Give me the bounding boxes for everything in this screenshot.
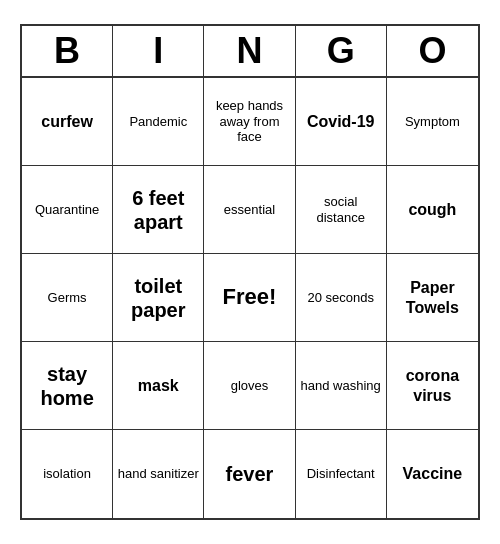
cell-label: mask (138, 376, 179, 395)
bingo-cell: fever (204, 430, 295, 518)
cell-label: Covid-19 (307, 112, 375, 131)
bingo-cell: social distance (296, 166, 387, 254)
bingo-cell: corona virus (387, 342, 478, 430)
bingo-cell: Free! (204, 254, 295, 342)
bingo-cell: Symptom (387, 78, 478, 166)
bingo-cell: hand washing (296, 342, 387, 430)
bingo-cell: 6 feet apart (113, 166, 204, 254)
cell-label: Symptom (405, 114, 460, 130)
cell-label: toilet paper (116, 274, 200, 322)
cell-label: fever (226, 462, 274, 486)
cell-label: hand washing (301, 378, 381, 394)
cell-label: corona virus (390, 366, 475, 404)
cell-label: cough (408, 200, 456, 219)
bingo-cell: Quarantine (22, 166, 113, 254)
bingo-header: BINGO (22, 26, 478, 78)
bingo-cell: Covid-19 (296, 78, 387, 166)
bingo-cell: Disinfectant (296, 430, 387, 518)
bingo-cell: toilet paper (113, 254, 204, 342)
bingo-grid: curfewPandemickeep hands away from faceC… (22, 78, 478, 518)
cell-label: Pandemic (129, 114, 187, 130)
cell-label: 20 seconds (307, 290, 374, 306)
cell-label: Free! (223, 284, 277, 310)
bingo-cell: gloves (204, 342, 295, 430)
bingo-cell: Paper Towels (387, 254, 478, 342)
cell-label: Disinfectant (307, 466, 375, 482)
cell-label: hand sanitizer (118, 466, 199, 482)
bingo-cell: essential (204, 166, 295, 254)
bingo-cell: 20 seconds (296, 254, 387, 342)
bingo-card: BINGO curfewPandemickeep hands away from… (20, 24, 480, 520)
bingo-cell: curfew (22, 78, 113, 166)
cell-label: gloves (231, 378, 269, 394)
header-letter: O (387, 26, 478, 76)
bingo-cell: Vaccine (387, 430, 478, 518)
cell-label: essential (224, 202, 275, 218)
cell-label: Paper Towels (390, 278, 475, 316)
cell-label: Germs (48, 290, 87, 306)
bingo-cell: cough (387, 166, 478, 254)
bingo-cell: stay home (22, 342, 113, 430)
bingo-cell: hand sanitizer (113, 430, 204, 518)
bingo-cell: Pandemic (113, 78, 204, 166)
bingo-cell: isolation (22, 430, 113, 518)
cell-label: stay home (25, 362, 109, 410)
header-letter: I (113, 26, 204, 76)
cell-label: social distance (299, 194, 383, 225)
cell-label: isolation (43, 466, 91, 482)
cell-label: Quarantine (35, 202, 99, 218)
cell-label: 6 feet apart (116, 186, 200, 234)
bingo-cell: keep hands away from face (204, 78, 295, 166)
cell-label: keep hands away from face (207, 98, 291, 145)
cell-label: curfew (41, 112, 93, 131)
cell-label: Vaccine (403, 464, 463, 483)
header-letter: B (22, 26, 113, 76)
header-letter: G (296, 26, 387, 76)
header-letter: N (204, 26, 295, 76)
bingo-cell: mask (113, 342, 204, 430)
bingo-cell: Germs (22, 254, 113, 342)
